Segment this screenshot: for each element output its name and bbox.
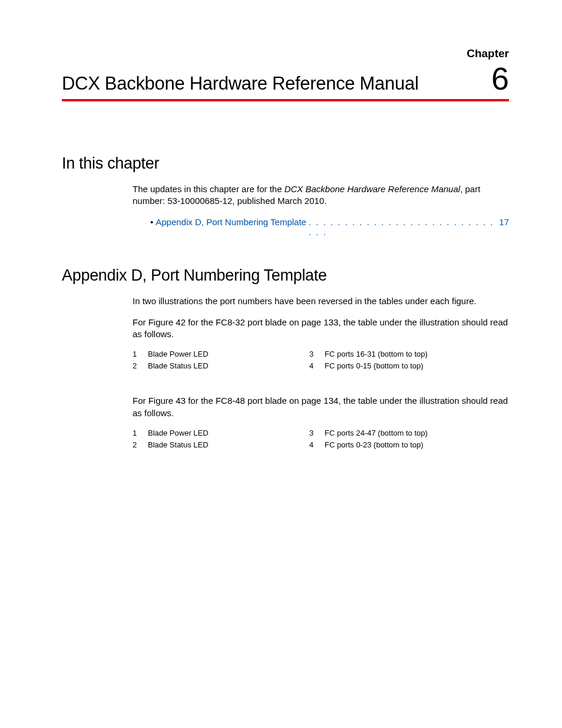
legend-label: FC ports 16-31 (bottom to top) (325, 350, 428, 358)
legend-label: Blade Power LED (148, 429, 209, 437)
legend-number: 4 (309, 361, 325, 370)
legend-table-fc8-32: 1 Blade Power LED 3 FC ports 16-31 (bott… (133, 350, 509, 370)
legend-number: 2 (133, 440, 148, 449)
appendix-p1: In two illustrations the port numbers ha… (133, 295, 509, 307)
section-heading-in-this-chapter: In this chapter (62, 154, 509, 173)
toc-dots: . . . . . . . . . . . . . . . . . . . . … (309, 217, 497, 237)
legend-number: 4 (309, 440, 325, 449)
toc-link-appendix-d[interactable]: Appendix D, Port Numbering Template (156, 217, 306, 227)
legend-number: 1 (133, 429, 148, 437)
intro-italic: DCX Backbone Hardware Reference Manual (285, 184, 460, 194)
legend-label: Blade Power LED (148, 350, 209, 358)
legend-number: 3 (309, 429, 325, 437)
manual-title: DCX Backbone Hardware Reference Manual (62, 73, 418, 94)
intro-prefix: The updates in this chapter are for the (133, 184, 285, 194)
legend-number: 2 (133, 361, 148, 370)
intro-paragraph: The updates in this chapter are for the … (133, 183, 509, 207)
header-row: DCX Backbone Hardware Reference Manual 6 (62, 62, 509, 101)
chapter-number: 6 (491, 62, 509, 94)
appendix-p2: For Figure 42 for the FC8-32 port blade … (133, 317, 509, 341)
legend-label: FC ports 24-47 (bottom to top) (325, 429, 428, 437)
chapter-label: Chapter (62, 47, 509, 60)
table-row: 2 Blade Status LED 4 FC ports 0-23 (bott… (133, 440, 509, 449)
appendix-p3: For Figure 43 for the FC8-48 port blade … (133, 395, 509, 419)
toc-page-number[interactable]: 17 (499, 217, 509, 227)
table-row: 1 Blade Power LED 3 FC ports 16-31 (bott… (133, 350, 509, 358)
toc-entry: • Appendix D, Port Numbering Template . … (150, 217, 509, 237)
table-row: 2 Blade Status LED 4 FC ports 0-15 (bott… (133, 361, 509, 370)
table-row: 1 Blade Power LED 3 FC ports 24-47 (bott… (133, 429, 509, 437)
legend-label: FC ports 0-15 (bottom to top) (325, 361, 424, 370)
legend-number: 3 (309, 350, 325, 358)
page: Chapter DCX Backbone Hardware Reference … (0, 0, 562, 449)
section-heading-appendix-d: Appendix D, Port Numbering Template (62, 266, 509, 285)
toc-bullet: • (150, 217, 153, 227)
legend-table-fc8-48: 1 Blade Power LED 3 FC ports 24-47 (bott… (133, 429, 509, 449)
legend-number: 1 (133, 350, 148, 358)
legend-label: Blade Status LED (148, 440, 209, 449)
legend-label: Blade Status LED (148, 361, 209, 370)
legend-label: FC ports 0-23 (bottom to top) (325, 440, 424, 449)
